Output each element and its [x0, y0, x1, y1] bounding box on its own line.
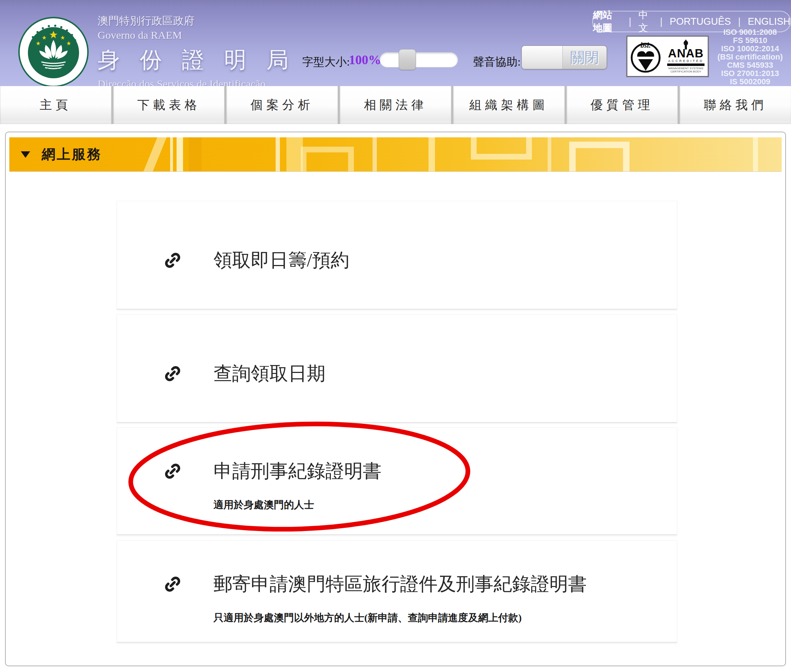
link-icon [162, 363, 183, 384]
anab-line2: CERTIFICATION BODY [666, 70, 706, 73]
service-card-pickup-ticket: 領取即日籌/預約 [117, 201, 677, 309]
online-services-section-toggle[interactable]: 網上服務 [21, 138, 102, 171]
service-title[interactable]: 郵寄申請澳門特區旅行證件及刑事紀錄證明書 [213, 571, 587, 597]
gov-title-zh: 澳門特別行政區政府 [98, 14, 296, 28]
service-link-pickup-ticket[interactable]: 領取即日籌/預約 [162, 248, 349, 273]
link-english[interactable]: ENGLISH [748, 16, 790, 27]
nav-tab-case-analysis[interactable]: 個案分析 [226, 86, 338, 124]
iso-line: (BSI certification) [710, 53, 790, 61]
font-size-value: 100% [349, 52, 381, 67]
anab-wordmark: ANAB [666, 48, 706, 59]
service-subtitle: 只適用於身處澳門以外地方的人士(新申請、查詢申請進度及網上付款) [213, 611, 522, 625]
link-portugues[interactable]: PORTUGUÊS [670, 16, 731, 27]
site-header: MACAU 澳門特別行政區政府 Governo da RAEM 身 份 證 明 … [0, 0, 791, 86]
service-card-criminal-record-certificate: 申請刑事紀錄證明書 適用於身處澳門的人士 [117, 427, 677, 535]
service-link-mail-application[interactable]: 郵寄申請澳門特區旅行證件及刑事紀錄證明書 [162, 571, 587, 597]
voice-assist-label: 聲音協助: [473, 54, 521, 70]
iso-line: IS 5002009 [710, 77, 790, 86]
link-sitemap[interactable]: 網站地圖 [593, 9, 622, 34]
online-services-label: 網上服務 [42, 145, 102, 163]
service-subtitle: 適用於身處澳門的人士 [213, 498, 314, 512]
iso-line: ISO 9001:2008 [710, 28, 790, 36]
bureau-title-zh: 身 份 證 明 局 [98, 45, 296, 75]
link-separator: | [629, 16, 631, 27]
iso-line: ISO 27001:2013 [710, 69, 790, 77]
chevron-down-icon [21, 151, 30, 158]
voice-toggle-slot[interactable] [522, 46, 563, 69]
gov-title-pt: Governo da RAEM [98, 29, 296, 41]
bsi-kitemark-icon: bsi. [629, 38, 662, 74]
link-icon [162, 250, 183, 270]
link-chinese[interactable]: 中文 [639, 9, 653, 34]
iso-line: CMS 545933 [710, 61, 790, 69]
link-separator: | [660, 16, 663, 27]
anab-logo: ANAB ACCREDITED MANAGEMENT SYSTEMS CERTI… [666, 40, 706, 73]
voice-toggle-off-button[interactable]: 關閉 [563, 46, 606, 69]
anab-bar [667, 64, 704, 66]
font-size-slider-thumb[interactable] [399, 49, 416, 70]
iso-line: FS 59610 [710, 36, 790, 45]
service-link-check-pickup-date[interactable]: 查詢領取日期 [162, 361, 326, 386]
svg-text:bsi.: bsi. [641, 41, 651, 49]
content-box: 網上服務 領取即日籌/預約 查詢領取 [5, 131, 786, 666]
anab-accredited: ACCREDITED [666, 59, 706, 63]
service-card-check-pickup-date: 查詢領取日期 [117, 314, 677, 423]
link-separator: | [738, 16, 740, 27]
service-link-criminal-record-certificate[interactable]: 申請刑事紀錄證明書 [162, 459, 382, 484]
nav-tab-contact-us[interactable]: 聯絡我們 [680, 86, 791, 124]
service-title[interactable]: 領取即日籌/預約 [213, 248, 349, 273]
service-title[interactable]: 查詢領取日期 [213, 361, 326, 386]
header-title-block: 澳門特別行政區政府 Governo da RAEM 身 份 證 明 局 Dire… [98, 14, 296, 90]
nav-tab-org-chart[interactable]: 組織架構圖 [453, 86, 565, 124]
service-title[interactable]: 申請刑事紀錄證明書 [213, 459, 382, 484]
online-services-banner: 網上服務 [9, 138, 782, 172]
anab-line1: MANAGEMENT SYSTEMS [666, 67, 706, 70]
nav-tab-related-laws[interactable]: 相關法律 [340, 86, 451, 124]
iso-certifications-text: ISO 9001:2008 FS 59610 ISO 10002:2014 (B… [710, 28, 790, 86]
main-navigation: 主頁 下載表格 個案分析 相關法律 組織架構圖 優質管理 聯絡我們 [0, 86, 791, 124]
voice-assist-toggle[interactable]: 關閉 [521, 45, 607, 70]
nav-tab-download-forms[interactable]: 下載表格 [114, 86, 225, 124]
iso-line: ISO 10002:2014 [710, 45, 790, 53]
link-icon [162, 574, 183, 594]
font-size-label: 字型大小: [302, 54, 350, 70]
certification-logos-box: bsi. ANAB ACCREDITED MANAGEMENT SYSTEMS … [627, 36, 708, 77]
macau-government-logo[interactable]: MACAU [18, 16, 89, 88]
nav-tab-home[interactable]: 主頁 [0, 86, 111, 124]
font-size-slider-track[interactable] [380, 52, 458, 67]
link-icon [162, 461, 183, 481]
service-card-mail-application: 郵寄申請澳門特區旅行證件及刑事紀錄證明書 只適用於身處澳門以外地方的人士(新申請… [117, 541, 677, 643]
nav-tab-quality-management[interactable]: 優質管理 [567, 86, 678, 124]
